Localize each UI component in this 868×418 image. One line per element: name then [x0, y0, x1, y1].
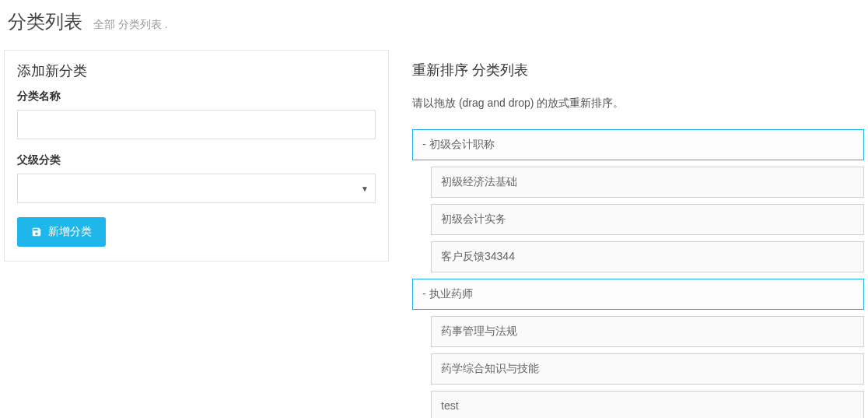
name-label: 分类名称 [17, 90, 376, 104]
chevron-down-icon: ▼ [361, 184, 369, 193]
panel-body: 分类名称 父级分类 ▼ 新增分类 [5, 90, 388, 261]
main-row: 添加新分类 分类名称 父级分类 ▼ [0, 50, 868, 418]
panel-title: 添加新分类 [5, 51, 388, 90]
reorder-hint: 请以拖放 (drag and drop) 的放式重新排序。 [412, 97, 864, 111]
page-title: 分类列表 [8, 9, 82, 34]
parent-select[interactable]: ▼ [17, 174, 376, 203]
page-header: 分类列表 全部 分类列表 . [0, 0, 868, 50]
form-group-parent: 父级分类 ▼ [17, 153, 376, 203]
category-child-item[interactable]: 初级经济法基础 [431, 167, 864, 198]
category-list: - 初级会计职称初级经济法基础初级会计实务客户反馈34344- 执业药师药事管理… [412, 129, 864, 418]
parent-label: 父级分类 [17, 153, 376, 167]
category-child-item[interactable]: test [431, 391, 864, 418]
category-parent-item[interactable]: - 执业药师 [412, 279, 864, 310]
page-subtitle: 全部 分类列表 . [93, 18, 168, 30]
category-child-item[interactable]: 药学综合知识与技能 [431, 353, 864, 385]
category-child-item[interactable]: 药事管理与法规 [431, 316, 864, 347]
submit-button[interactable]: 新增分类 [17, 217, 106, 247]
right-column: 重新排序 分类列表 请以拖放 (drag and drop) 的放式重新排序。 … [412, 50, 864, 418]
reorder-title: 重新排序 分类列表 [412, 50, 864, 90]
submit-label: 新增分类 [48, 225, 92, 239]
category-child-item[interactable]: 客户反馈34344 [431, 241, 864, 272]
add-category-panel: 添加新分类 分类名称 父级分类 ▼ [4, 50, 389, 262]
left-column: 添加新分类 分类名称 父级分类 ▼ [4, 50, 389, 418]
category-child-item[interactable]: 初级会计实务 [431, 204, 864, 235]
form-group-name: 分类名称 [17, 90, 376, 139]
category-parent-item[interactable]: - 初级会计职称 [412, 129, 864, 160]
save-icon [31, 227, 42, 237]
name-input[interactable] [17, 110, 376, 139]
